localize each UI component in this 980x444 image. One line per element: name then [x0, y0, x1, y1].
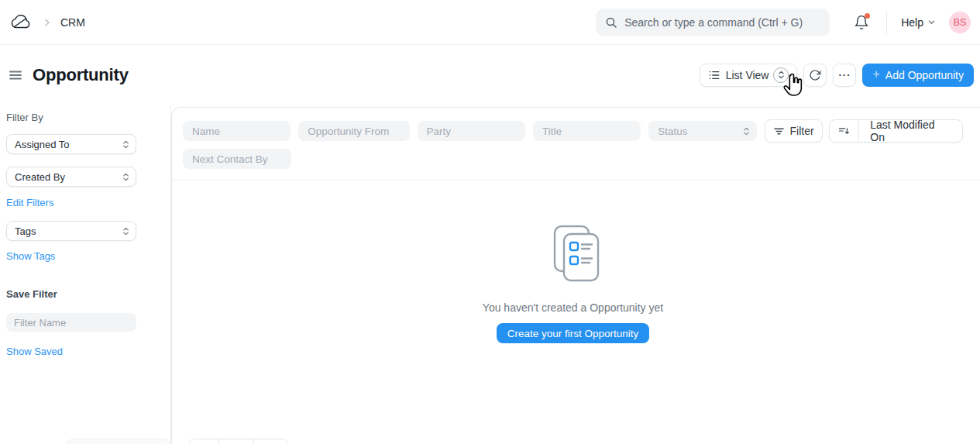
- sort-icon[interactable]: [830, 120, 859, 142]
- filter-button[interactable]: Filter: [765, 119, 823, 143]
- ellipsis-icon: ···: [838, 69, 851, 81]
- name-filter-field[interactable]: Name: [183, 121, 291, 141]
- quick-filter-row: Name Opportunity From Party Title Status…: [183, 119, 963, 143]
- search-icon: [605, 16, 617, 29]
- title-filter-field[interactable]: Title: [533, 121, 641, 141]
- opportunity-list-panel: Name Opportunity From Party Title Status…: [171, 107, 980, 444]
- chevron-up-down-icon: [743, 127, 750, 136]
- save-filter-label: Save Filter: [6, 287, 164, 300]
- plus-icon: +: [872, 67, 879, 81]
- page-size-100[interactable]: 100: [218, 439, 253, 444]
- opportunity-from-placeholder: Opportunity From: [308, 126, 389, 137]
- page-size-500[interactable]: 500: [253, 439, 288, 444]
- app-logo-icon[interactable]: [8, 12, 33, 33]
- edit-filters-link[interactable]: Edit Filters: [6, 197, 164, 209]
- list-controls: Filter Last Modified On: [765, 119, 963, 143]
- assigned-to-select[interactable]: Assigned To: [6, 134, 136, 154]
- top-navbar: CRM Help BS: [0, 0, 980, 45]
- chevron-up-down-icon: [122, 173, 129, 181]
- party-placeholder: Party: [427, 126, 452, 137]
- sort-field-label[interactable]: Last Modified On: [859, 120, 962, 142]
- add-opportunity-label: Add Opportunity: [885, 69, 964, 81]
- list-view-icon: [708, 69, 720, 81]
- next-contact-by-placeholder: Next Contact By: [192, 153, 268, 165]
- next-contact-by-filter-field[interactable]: Next Contact By: [183, 149, 291, 169]
- breadcrumb-chevron-icon: [43, 19, 51, 26]
- page-header: Opportunity List View ··· +: [0, 45, 980, 105]
- chevron-down-icon: [927, 18, 936, 26]
- filter-icon: [773, 126, 785, 137]
- title-placeholder: Title: [542, 126, 562, 137]
- tags-label: Tags: [15, 225, 36, 237]
- page-size-selector: 20 100 500: [188, 439, 288, 444]
- notifications-button[interactable]: [854, 15, 869, 30]
- global-search[interactable]: [596, 9, 830, 36]
- help-menu-button[interactable]: Help: [901, 16, 936, 29]
- status-placeholder: Status: [658, 126, 687, 137]
- party-filter-field[interactable]: Party: [418, 121, 525, 141]
- topbar-right-group: Help BS: [596, 9, 971, 36]
- refresh-icon: [809, 69, 821, 81]
- filter-name-input[interactable]: [6, 313, 136, 332]
- show-tags-link[interactable]: Show Tags: [6, 250, 164, 263]
- page-title: Opportunity: [33, 65, 129, 85]
- panel-divider: [172, 180, 980, 181]
- chevron-up-down-icon: [122, 227, 129, 236]
- search-input[interactable]: [624, 16, 820, 29]
- sort-button[interactable]: Last Modified On: [829, 119, 963, 143]
- sidebar-toggle-button[interactable]: [6, 66, 25, 84]
- status-filter-select[interactable]: Status: [648, 121, 756, 141]
- show-saved-link[interactable]: Show Saved: [6, 346, 164, 358]
- more-options-button[interactable]: ···: [833, 64, 856, 87]
- refresh-button[interactable]: [803, 64, 827, 87]
- empty-state: You haven't created a Opportunity yet Cr…: [183, 224, 963, 343]
- avatar-initials: BS: [954, 17, 967, 28]
- created-by-select[interactable]: Created By: [6, 167, 136, 187]
- chevron-up-down-icon: [778, 71, 785, 79]
- opportunity-from-filter-field[interactable]: Opportunity From: [298, 121, 409, 141]
- quick-filter-row-2: Next Contact By: [183, 147, 963, 170]
- assigned-to-label: Assigned To: [15, 139, 70, 150]
- notification-dot: [865, 13, 870, 19]
- empty-documents-icon: [546, 224, 600, 284]
- filter-sidebar: Filter By Assigned To Created By Edit Fi…: [0, 105, 171, 444]
- add-opportunity-button[interactable]: + Add Opportunity: [862, 64, 974, 87]
- hamburger-icon: [8, 67, 23, 83]
- help-label: Help: [901, 16, 923, 29]
- chevron-up-down-icon: [122, 140, 129, 149]
- filter-button-label: Filter: [790, 125, 814, 137]
- view-selector-label: List View: [726, 69, 769, 81]
- content-region: Filter By Assigned To Created By Edit Fi…: [0, 105, 980, 444]
- breadcrumb[interactable]: CRM: [60, 16, 85, 29]
- view-selector-button[interactable]: List View: [700, 64, 798, 87]
- create-first-opportunity-button[interactable]: Create your first Opportunity: [497, 323, 650, 343]
- empty-state-message: You haven't created a Opportunity yet: [483, 301, 663, 314]
- tags-select[interactable]: Tags: [6, 221, 136, 241]
- name-filter-placeholder: Name: [192, 126, 220, 137]
- filter-by-label: Filter By: [6, 111, 164, 123]
- header-actions: List View ··· + Add Opportunity: [700, 64, 974, 87]
- sidebar-tooltip-edge: [66, 439, 171, 444]
- topbar-divider: [886, 11, 887, 34]
- view-selector-dropdown-toggle[interactable]: [773, 67, 789, 83]
- page-size-20[interactable]: 20: [189, 439, 218, 444]
- user-avatar[interactable]: BS: [949, 12, 971, 33]
- created-by-label: Created By: [15, 171, 65, 183]
